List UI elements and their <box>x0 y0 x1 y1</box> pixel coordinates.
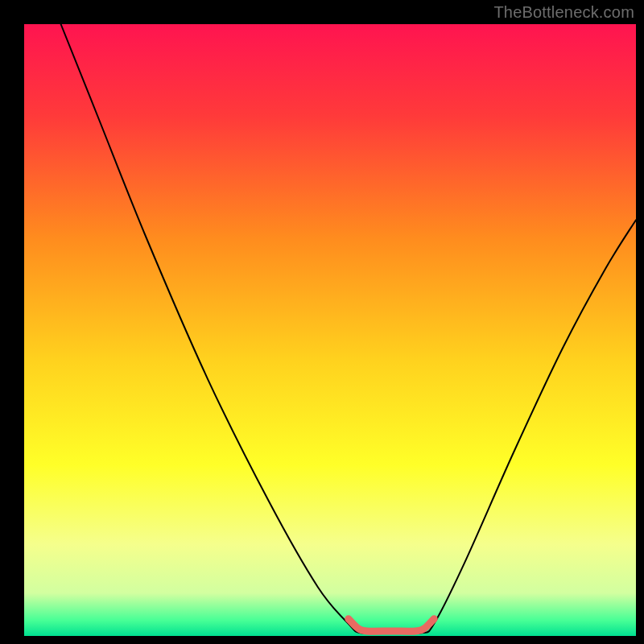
chart-svg <box>0 0 644 644</box>
plot-background <box>24 24 636 636</box>
chart-container: TheBottleneck.com <box>0 0 644 644</box>
watermark-text: TheBottleneck.com <box>493 3 634 22</box>
